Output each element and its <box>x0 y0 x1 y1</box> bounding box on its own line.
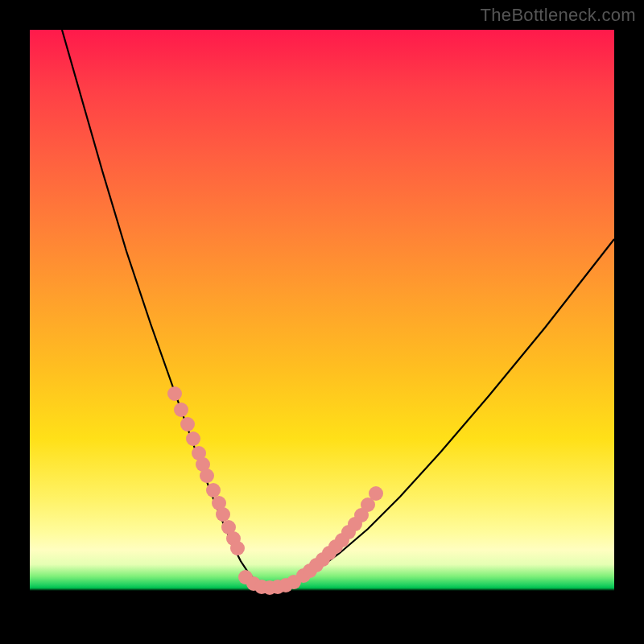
highlight-dot <box>174 402 188 417</box>
plot-area <box>30 30 614 614</box>
bottleneck-curve <box>62 30 614 587</box>
highlight-dots-left <box>167 386 245 555</box>
highlight-dot <box>167 386 182 401</box>
highlight-dot <box>216 507 230 522</box>
highlight-dot <box>230 541 245 555</box>
highlight-dot <box>369 486 383 501</box>
highlight-dot <box>206 483 221 497</box>
highlight-dot <box>180 417 195 431</box>
watermark-text: TheBottleneck.com <box>481 5 636 26</box>
highlight-dots-right <box>296 486 383 583</box>
highlight-dots-bottom <box>238 570 301 595</box>
chart-svg <box>30 30 614 614</box>
highlight-dot <box>186 431 200 446</box>
highlight-dot <box>200 469 214 483</box>
chart-frame: TheBottleneck.com <box>0 0 644 644</box>
